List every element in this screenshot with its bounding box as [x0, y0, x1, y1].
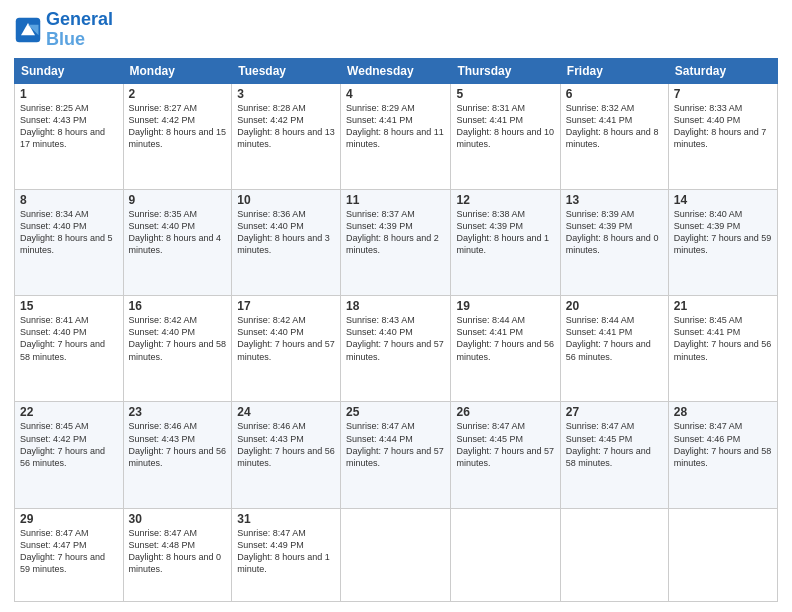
cell-info: Sunrise: 8:45 AMSunset: 4:41 PMDaylight:…	[674, 315, 772, 361]
day-number: 7	[674, 87, 772, 101]
calendar-cell: 17Sunrise: 8:42 AMSunset: 4:40 PMDayligh…	[232, 296, 341, 402]
day-number: 6	[566, 87, 663, 101]
day-number: 9	[129, 193, 227, 207]
calendar-table: SundayMondayTuesdayWednesdayThursdayFrid…	[14, 58, 778, 602]
cell-info: Sunrise: 8:36 AMSunset: 4:40 PMDaylight:…	[237, 209, 330, 255]
day-number: 23	[129, 405, 227, 419]
cell-info: Sunrise: 8:34 AMSunset: 4:40 PMDaylight:…	[20, 209, 113, 255]
week-row-2: 8Sunrise: 8:34 AMSunset: 4:40 PMDaylight…	[15, 189, 778, 295]
cell-info: Sunrise: 8:41 AMSunset: 4:40 PMDaylight:…	[20, 315, 105, 361]
calendar-cell: 21Sunrise: 8:45 AMSunset: 4:41 PMDayligh…	[668, 296, 777, 402]
day-number: 5	[456, 87, 554, 101]
calendar-cell: 29Sunrise: 8:47 AMSunset: 4:47 PMDayligh…	[15, 508, 124, 601]
week-row-5: 29Sunrise: 8:47 AMSunset: 4:47 PMDayligh…	[15, 508, 778, 601]
col-header-wednesday: Wednesday	[341, 58, 451, 83]
calendar-cell: 7Sunrise: 8:33 AMSunset: 4:40 PMDaylight…	[668, 83, 777, 189]
day-number: 27	[566, 405, 663, 419]
calendar-cell: 22Sunrise: 8:45 AMSunset: 4:42 PMDayligh…	[15, 402, 124, 508]
day-number: 13	[566, 193, 663, 207]
cell-info: Sunrise: 8:42 AMSunset: 4:40 PMDaylight:…	[237, 315, 335, 361]
logo-icon	[14, 16, 42, 44]
calendar-cell: 8Sunrise: 8:34 AMSunset: 4:40 PMDaylight…	[15, 189, 124, 295]
col-header-sunday: Sunday	[15, 58, 124, 83]
calendar-cell: 30Sunrise: 8:47 AMSunset: 4:48 PMDayligh…	[123, 508, 232, 601]
cell-info: Sunrise: 8:47 AMSunset: 4:44 PMDaylight:…	[346, 421, 444, 467]
day-number: 16	[129, 299, 227, 313]
calendar-cell	[560, 508, 668, 601]
cell-info: Sunrise: 8:47 AMSunset: 4:45 PMDaylight:…	[456, 421, 554, 467]
col-header-thursday: Thursday	[451, 58, 560, 83]
cell-info: Sunrise: 8:28 AMSunset: 4:42 PMDaylight:…	[237, 103, 335, 149]
calendar-cell	[668, 508, 777, 601]
week-row-4: 22Sunrise: 8:45 AMSunset: 4:42 PMDayligh…	[15, 402, 778, 508]
day-number: 18	[346, 299, 445, 313]
calendar-cell: 31Sunrise: 8:47 AMSunset: 4:49 PMDayligh…	[232, 508, 341, 601]
cell-info: Sunrise: 8:46 AMSunset: 4:43 PMDaylight:…	[129, 421, 227, 467]
logo-text: General Blue	[46, 10, 113, 50]
calendar-cell: 9Sunrise: 8:35 AMSunset: 4:40 PMDaylight…	[123, 189, 232, 295]
logo: General Blue	[14, 10, 113, 50]
calendar-cell: 13Sunrise: 8:39 AMSunset: 4:39 PMDayligh…	[560, 189, 668, 295]
calendar-cell: 4Sunrise: 8:29 AMSunset: 4:41 PMDaylight…	[341, 83, 451, 189]
col-header-friday: Friday	[560, 58, 668, 83]
day-number: 1	[20, 87, 118, 101]
calendar-cell: 2Sunrise: 8:27 AMSunset: 4:42 PMDaylight…	[123, 83, 232, 189]
calendar-cell: 23Sunrise: 8:46 AMSunset: 4:43 PMDayligh…	[123, 402, 232, 508]
cell-info: Sunrise: 8:47 AMSunset: 4:49 PMDaylight:…	[237, 528, 330, 574]
calendar-cell: 26Sunrise: 8:47 AMSunset: 4:45 PMDayligh…	[451, 402, 560, 508]
cell-info: Sunrise: 8:25 AMSunset: 4:43 PMDaylight:…	[20, 103, 105, 149]
cell-info: Sunrise: 8:29 AMSunset: 4:41 PMDaylight:…	[346, 103, 444, 149]
cell-info: Sunrise: 8:47 AMSunset: 4:48 PMDaylight:…	[129, 528, 222, 574]
calendar-cell: 15Sunrise: 8:41 AMSunset: 4:40 PMDayligh…	[15, 296, 124, 402]
cell-info: Sunrise: 8:47 AMSunset: 4:47 PMDaylight:…	[20, 528, 105, 574]
calendar-cell: 11Sunrise: 8:37 AMSunset: 4:39 PMDayligh…	[341, 189, 451, 295]
cell-info: Sunrise: 8:45 AMSunset: 4:42 PMDaylight:…	[20, 421, 105, 467]
calendar-cell: 5Sunrise: 8:31 AMSunset: 4:41 PMDaylight…	[451, 83, 560, 189]
day-number: 28	[674, 405, 772, 419]
day-number: 21	[674, 299, 772, 313]
cell-info: Sunrise: 8:47 AMSunset: 4:46 PMDaylight:…	[674, 421, 772, 467]
calendar-cell: 1Sunrise: 8:25 AMSunset: 4:43 PMDaylight…	[15, 83, 124, 189]
day-number: 12	[456, 193, 554, 207]
calendar-cell	[341, 508, 451, 601]
day-number: 29	[20, 512, 118, 526]
col-header-monday: Monday	[123, 58, 232, 83]
cell-info: Sunrise: 8:39 AMSunset: 4:39 PMDaylight:…	[566, 209, 659, 255]
day-number: 3	[237, 87, 335, 101]
calendar-cell: 6Sunrise: 8:32 AMSunset: 4:41 PMDaylight…	[560, 83, 668, 189]
cell-info: Sunrise: 8:47 AMSunset: 4:45 PMDaylight:…	[566, 421, 651, 467]
cell-info: Sunrise: 8:44 AMSunset: 4:41 PMDaylight:…	[566, 315, 651, 361]
day-number: 10	[237, 193, 335, 207]
week-row-1: 1Sunrise: 8:25 AMSunset: 4:43 PMDaylight…	[15, 83, 778, 189]
day-number: 11	[346, 193, 445, 207]
day-number: 30	[129, 512, 227, 526]
calendar-cell: 3Sunrise: 8:28 AMSunset: 4:42 PMDaylight…	[232, 83, 341, 189]
cell-info: Sunrise: 8:32 AMSunset: 4:41 PMDaylight:…	[566, 103, 659, 149]
col-header-saturday: Saturday	[668, 58, 777, 83]
day-number: 19	[456, 299, 554, 313]
page: General Blue SundayMondayTuesdayWednesda…	[0, 0, 792, 612]
header: General Blue	[14, 10, 778, 50]
day-number: 2	[129, 87, 227, 101]
week-row-3: 15Sunrise: 8:41 AMSunset: 4:40 PMDayligh…	[15, 296, 778, 402]
calendar-cell: 12Sunrise: 8:38 AMSunset: 4:39 PMDayligh…	[451, 189, 560, 295]
calendar-cell: 20Sunrise: 8:44 AMSunset: 4:41 PMDayligh…	[560, 296, 668, 402]
day-number: 14	[674, 193, 772, 207]
day-number: 8	[20, 193, 118, 207]
cell-info: Sunrise: 8:42 AMSunset: 4:40 PMDaylight:…	[129, 315, 227, 361]
day-number: 25	[346, 405, 445, 419]
calendar-cell: 16Sunrise: 8:42 AMSunset: 4:40 PMDayligh…	[123, 296, 232, 402]
cell-info: Sunrise: 8:37 AMSunset: 4:39 PMDaylight:…	[346, 209, 439, 255]
day-number: 26	[456, 405, 554, 419]
calendar-cell: 18Sunrise: 8:43 AMSunset: 4:40 PMDayligh…	[341, 296, 451, 402]
header-row: SundayMondayTuesdayWednesdayThursdayFrid…	[15, 58, 778, 83]
cell-info: Sunrise: 8:35 AMSunset: 4:40 PMDaylight:…	[129, 209, 222, 255]
col-header-tuesday: Tuesday	[232, 58, 341, 83]
calendar-cell	[451, 508, 560, 601]
calendar-cell: 28Sunrise: 8:47 AMSunset: 4:46 PMDayligh…	[668, 402, 777, 508]
day-number: 15	[20, 299, 118, 313]
cell-info: Sunrise: 8:44 AMSunset: 4:41 PMDaylight:…	[456, 315, 554, 361]
cell-info: Sunrise: 8:27 AMSunset: 4:42 PMDaylight:…	[129, 103, 227, 149]
cell-info: Sunrise: 8:40 AMSunset: 4:39 PMDaylight:…	[674, 209, 772, 255]
calendar-cell: 14Sunrise: 8:40 AMSunset: 4:39 PMDayligh…	[668, 189, 777, 295]
